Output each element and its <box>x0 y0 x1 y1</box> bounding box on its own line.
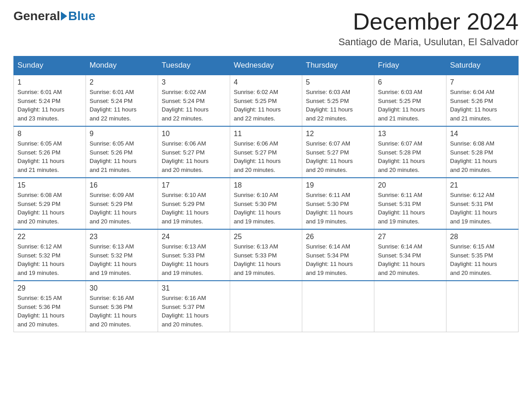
day-number: 10 <box>162 130 226 138</box>
calendar-cell <box>446 281 519 332</box>
calendar-cell: 12 Sunrise: 6:07 AM Sunset: 5:27 PM Dayl… <box>302 126 374 178</box>
day-number: 5 <box>306 78 370 86</box>
week-row-3: 15 Sunrise: 6:08 AM Sunset: 5:29 PM Dayl… <box>14 178 519 229</box>
logo: General Blue <box>13 9 95 23</box>
title-block: December 2024 Santiago de Maria, Usuluta… <box>339 9 519 48</box>
calendar-cell: 6 Sunrise: 6:03 AM Sunset: 5:25 PM Dayli… <box>374 75 446 126</box>
day-number: 19 <box>306 181 370 189</box>
day-info: Sunrise: 6:15 AM Sunset: 5:36 PM Dayligh… <box>17 294 82 329</box>
week-row-1: 1 Sunrise: 6:01 AM Sunset: 5:24 PM Dayli… <box>14 75 519 126</box>
logo-general-text: General <box>13 9 60 23</box>
col-header-thursday: Thursday <box>302 56 374 75</box>
day-number: 25 <box>234 233 298 241</box>
calendar-cell: 25 Sunrise: 6:13 AM Sunset: 5:33 PM Dayl… <box>230 229 302 281</box>
day-info: Sunrise: 6:12 AM Sunset: 5:32 PM Dayligh… <box>17 242 82 277</box>
day-number: 15 <box>17 181 82 189</box>
day-number: 2 <box>90 78 154 86</box>
day-info: Sunrise: 6:06 AM Sunset: 5:27 PM Dayligh… <box>234 139 298 174</box>
calendar-cell: 14 Sunrise: 6:08 AM Sunset: 5:28 PM Dayl… <box>446 126 519 178</box>
month-title: December 2024 <box>339 9 519 34</box>
day-info: Sunrise: 6:12 AM Sunset: 5:31 PM Dayligh… <box>450 191 515 226</box>
day-info: Sunrise: 6:14 AM Sunset: 5:34 PM Dayligh… <box>306 242 370 277</box>
location-subtitle: Santiago de Maria, Usulutan, El Salvador <box>339 36 519 48</box>
day-info: Sunrise: 6:15 AM Sunset: 5:35 PM Dayligh… <box>450 242 515 277</box>
calendar-cell: 11 Sunrise: 6:06 AM Sunset: 5:27 PM Dayl… <box>230 126 302 178</box>
calendar-cell: 8 Sunrise: 6:05 AM Sunset: 5:26 PM Dayli… <box>14 126 86 178</box>
day-info: Sunrise: 6:03 AM Sunset: 5:25 PM Dayligh… <box>378 88 442 123</box>
col-header-sunday: Sunday <box>14 56 86 75</box>
week-row-5: 29 Sunrise: 6:15 AM Sunset: 5:36 PM Dayl… <box>14 281 519 332</box>
day-info: Sunrise: 6:13 AM Sunset: 5:33 PM Dayligh… <box>162 242 226 277</box>
day-info: Sunrise: 6:10 AM Sunset: 5:29 PM Dayligh… <box>162 191 226 226</box>
day-number: 17 <box>162 181 226 189</box>
calendar-cell <box>374 281 446 332</box>
calendar-cell: 1 Sunrise: 6:01 AM Sunset: 5:24 PM Dayli… <box>14 75 86 126</box>
day-number: 1 <box>17 78 82 86</box>
calendar-cell: 26 Sunrise: 6:14 AM Sunset: 5:34 PM Dayl… <box>302 229 374 281</box>
day-number: 6 <box>378 78 442 86</box>
logo-arrow-icon <box>61 12 67 21</box>
day-number: 18 <box>234 181 298 189</box>
day-number: 7 <box>450 78 515 86</box>
col-header-wednesday: Wednesday <box>230 56 302 75</box>
day-number: 20 <box>378 181 442 189</box>
day-info: Sunrise: 6:09 AM Sunset: 5:29 PM Dayligh… <box>90 191 154 226</box>
day-number: 28 <box>450 233 515 241</box>
day-info: Sunrise: 6:11 AM Sunset: 5:30 PM Dayligh… <box>306 191 370 226</box>
calendar-cell: 7 Sunrise: 6:04 AM Sunset: 5:26 PM Dayli… <box>446 75 519 126</box>
day-info: Sunrise: 6:13 AM Sunset: 5:33 PM Dayligh… <box>234 242 298 277</box>
day-info: Sunrise: 6:07 AM Sunset: 5:27 PM Dayligh… <box>306 139 370 174</box>
day-number: 8 <box>17 130 82 138</box>
day-info: Sunrise: 6:01 AM Sunset: 5:24 PM Dayligh… <box>17 88 82 123</box>
calendar-cell: 28 Sunrise: 6:15 AM Sunset: 5:35 PM Dayl… <box>446 229 519 281</box>
page-header: General Blue December 2024 Santiago de M… <box>13 9 519 48</box>
day-number: 31 <box>162 284 226 292</box>
day-info: Sunrise: 6:02 AM Sunset: 5:25 PM Dayligh… <box>234 88 298 123</box>
day-info: Sunrise: 6:08 AM Sunset: 5:28 PM Dayligh… <box>450 139 515 174</box>
day-number: 29 <box>17 284 82 292</box>
calendar-cell: 9 Sunrise: 6:05 AM Sunset: 5:26 PM Dayli… <box>86 126 158 178</box>
calendar-cell: 15 Sunrise: 6:08 AM Sunset: 5:29 PM Dayl… <box>14 178 86 229</box>
calendar-cell: 2 Sunrise: 6:01 AM Sunset: 5:24 PM Dayli… <box>86 75 158 126</box>
calendar-table: SundayMondayTuesdayWednesdayThursdayFrid… <box>13 56 519 332</box>
day-number: 16 <box>90 181 154 189</box>
calendar-cell: 22 Sunrise: 6:12 AM Sunset: 5:32 PM Dayl… <box>14 229 86 281</box>
day-info: Sunrise: 6:16 AM Sunset: 5:37 PM Dayligh… <box>162 294 226 329</box>
day-info: Sunrise: 6:01 AM Sunset: 5:24 PM Dayligh… <box>90 88 154 123</box>
day-info: Sunrise: 6:06 AM Sunset: 5:27 PM Dayligh… <box>162 139 226 174</box>
col-header-monday: Monday <box>86 56 158 75</box>
day-number: 27 <box>378 233 442 241</box>
week-row-2: 8 Sunrise: 6:05 AM Sunset: 5:26 PM Dayli… <box>14 126 519 178</box>
day-info: Sunrise: 6:07 AM Sunset: 5:28 PM Dayligh… <box>378 139 442 174</box>
calendar-cell: 21 Sunrise: 6:12 AM Sunset: 5:31 PM Dayl… <box>446 178 519 229</box>
day-number: 23 <box>90 233 154 241</box>
day-info: Sunrise: 6:10 AM Sunset: 5:30 PM Dayligh… <box>234 191 298 226</box>
calendar-cell: 16 Sunrise: 6:09 AM Sunset: 5:29 PM Dayl… <box>86 178 158 229</box>
day-number: 4 <box>234 78 298 86</box>
calendar-cell: 29 Sunrise: 6:15 AM Sunset: 5:36 PM Dayl… <box>14 281 86 332</box>
day-info: Sunrise: 6:03 AM Sunset: 5:25 PM Dayligh… <box>306 88 370 123</box>
day-info: Sunrise: 6:05 AM Sunset: 5:26 PM Dayligh… <box>17 139 82 174</box>
day-number: 22 <box>17 233 82 241</box>
day-number: 13 <box>378 130 442 138</box>
calendar-cell: 13 Sunrise: 6:07 AM Sunset: 5:28 PM Dayl… <box>374 126 446 178</box>
calendar-cell: 30 Sunrise: 6:16 AM Sunset: 5:36 PM Dayl… <box>86 281 158 332</box>
day-info: Sunrise: 6:02 AM Sunset: 5:24 PM Dayligh… <box>162 88 226 123</box>
day-info: Sunrise: 6:08 AM Sunset: 5:29 PM Dayligh… <box>17 191 82 226</box>
day-number: 3 <box>162 78 226 86</box>
col-header-saturday: Saturday <box>446 56 519 75</box>
day-number: 11 <box>234 130 298 138</box>
day-number: 26 <box>306 233 370 241</box>
day-number: 14 <box>450 130 515 138</box>
calendar-cell: 23 Sunrise: 6:13 AM Sunset: 5:32 PM Dayl… <box>86 229 158 281</box>
calendar-cell: 27 Sunrise: 6:14 AM Sunset: 5:34 PM Dayl… <box>374 229 446 281</box>
calendar-cell: 17 Sunrise: 6:10 AM Sunset: 5:29 PM Dayl… <box>158 178 230 229</box>
day-number: 24 <box>162 233 226 241</box>
col-header-tuesday: Tuesday <box>158 56 230 75</box>
day-info: Sunrise: 6:04 AM Sunset: 5:26 PM Dayligh… <box>450 88 515 123</box>
day-number: 30 <box>90 284 154 292</box>
calendar-cell: 20 Sunrise: 6:11 AM Sunset: 5:31 PM Dayl… <box>374 178 446 229</box>
day-number: 12 <box>306 130 370 138</box>
calendar-cell: 18 Sunrise: 6:10 AM Sunset: 5:30 PM Dayl… <box>230 178 302 229</box>
day-number: 9 <box>90 130 154 138</box>
